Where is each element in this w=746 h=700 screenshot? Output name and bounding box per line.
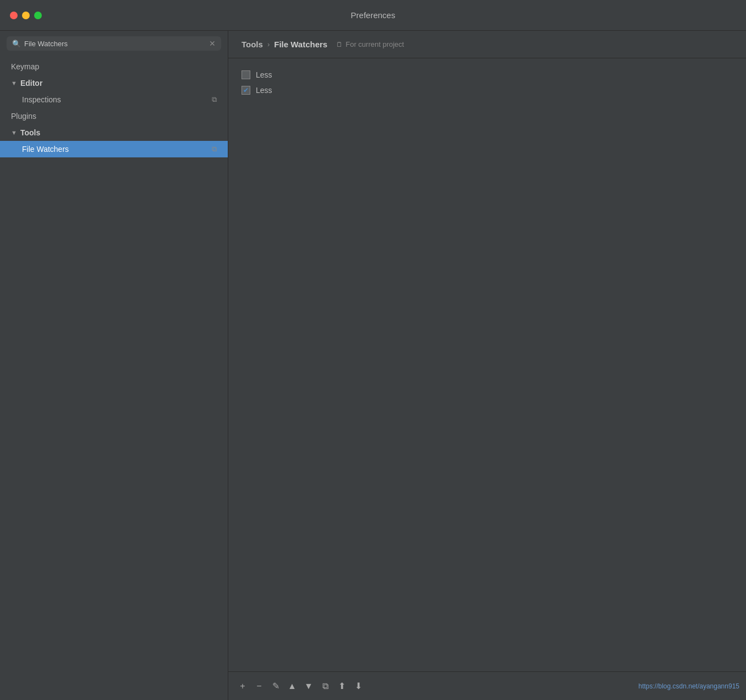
watcher-checkbox-checked[interactable]: ✔ <box>242 86 250 95</box>
window-controls <box>10 12 42 19</box>
content-area: Tools › File Watchers 🗒 For current proj… <box>228 31 746 700</box>
sidebar-item-inspections-label: Inspections <box>22 95 212 104</box>
window-title: Preferences <box>351 10 396 20</box>
search-wrapper[interactable]: 🔍 ✕ <box>7 36 221 51</box>
file-watchers-copy-icon: ⧉ <box>212 145 217 154</box>
sidebar-item-keymap-label: Keymap <box>11 62 217 71</box>
copy-button[interactable]: ⧉ <box>317 679 333 694</box>
breadcrumb-project: 🗒 For current project <box>336 40 404 48</box>
export-button[interactable]: ⬇ <box>350 679 366 694</box>
status-url: https://blog.csdn.net/ayangann915 <box>639 682 739 690</box>
sidebar: 🔍 ✕ Keymap ▼ Editor Inspections ⧉ P <box>0 31 228 700</box>
sidebar-item-editor-label: Editor <box>20 79 217 88</box>
sidebar-item-tools-label: Tools <box>20 128 217 137</box>
breadcrumb: Tools › File Watchers 🗒 For current proj… <box>228 31 746 58</box>
remove-button[interactable]: − <box>251 679 267 694</box>
content-body: Less ✔ Less <box>228 58 746 671</box>
watcher-label-less-1: Less <box>256 70 272 79</box>
maximize-button[interactable] <box>34 12 42 19</box>
minimize-button[interactable] <box>22 12 30 19</box>
tools-arrow-icon: ▼ <box>11 129 17 136</box>
editor-arrow-icon: ▼ <box>11 80 17 86</box>
sidebar-item-tools[interactable]: ▼ Tools <box>0 124 228 141</box>
breadcrumb-tools: Tools <box>242 40 263 49</box>
checkmark-icon: ✔ <box>243 86 249 94</box>
close-button[interactable] <box>10 12 18 19</box>
project-icon: 🗒 <box>336 41 343 48</box>
watcher-checkbox-unchecked[interactable] <box>242 70 250 79</box>
search-clear-button[interactable]: ✕ <box>209 39 216 48</box>
breadcrumb-file-watchers: File Watchers <box>274 40 327 49</box>
sidebar-item-editor[interactable]: ▼ Editor <box>0 75 228 91</box>
watcher-label-less-2: Less <box>256 86 272 95</box>
sidebar-item-keymap[interactable]: Keymap <box>0 58 228 75</box>
add-button[interactable]: + <box>235 679 250 694</box>
move-down-button[interactable]: ▼ <box>301 679 316 694</box>
move-up-button[interactable]: ▲ <box>284 679 300 694</box>
bottom-toolbar: + − ✎ ▲ ▼ ⧉ ⬆ ⬇ https://blog.csdn.net/ay… <box>228 671 746 700</box>
sidebar-item-file-watchers-label: File Watchers <box>22 145 212 154</box>
main-layout: 🔍 ✕ Keymap ▼ Editor Inspections ⧉ P <box>0 31 746 700</box>
import-button[interactable]: ⬆ <box>334 679 349 694</box>
sidebar-nav: Keymap ▼ Editor Inspections ⧉ Plugins ▼ … <box>0 56 228 700</box>
watcher-item-less-checked[interactable]: ✔ Less <box>239 83 735 98</box>
search-bar: 🔍 ✕ <box>0 31 228 56</box>
inspections-copy-icon: ⧉ <box>212 95 217 104</box>
sidebar-item-file-watchers[interactable]: File Watchers ⧉ <box>0 141 228 157</box>
toolbar-actions: + − ✎ ▲ ▼ ⧉ ⬆ ⬇ <box>235 679 366 694</box>
watcher-item-less-unchecked[interactable]: Less <box>239 67 735 83</box>
sidebar-item-inspections[interactable]: Inspections ⧉ <box>0 91 228 108</box>
breadcrumb-project-label: For current project <box>345 40 404 48</box>
titlebar: Preferences <box>0 0 746 31</box>
breadcrumb-arrow: › <box>267 40 270 48</box>
edit-button[interactable]: ✎ <box>268 679 283 694</box>
search-input[interactable] <box>24 40 206 48</box>
sidebar-item-plugins[interactable]: Plugins <box>0 108 228 124</box>
sidebar-item-plugins-label: Plugins <box>11 112 217 121</box>
search-icon: 🔍 <box>12 40 21 48</box>
